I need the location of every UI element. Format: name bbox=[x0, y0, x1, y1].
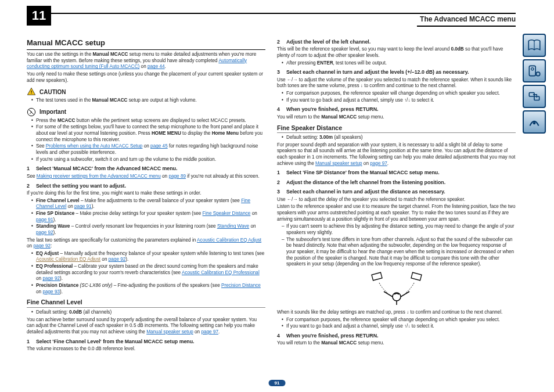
fcl-defaults: Default setting: 0.0dB (all channels) bbox=[31, 310, 265, 316]
caution-list: The test tones used in the Manual MCACC … bbox=[31, 98, 265, 104]
imp-item-4: If you're using a subwoofer, switch it o… bbox=[31, 157, 265, 163]
imp-item-1: Press the MCACC button while the pertine… bbox=[31, 118, 265, 124]
title-underline bbox=[417, 26, 516, 27]
page-title: The Advanced MCACC menu bbox=[416, 15, 516, 23]
link-sw[interactable]: Standing Wave bbox=[217, 224, 249, 229]
link-adv-mcacc[interactable]: Making receiver settings from the Advanc… bbox=[37, 174, 161, 179]
link-fsd[interactable]: Fine Speaker Distance bbox=[203, 211, 251, 216]
step2-list2: EQ Adjust – Manually adjust the frequenc… bbox=[31, 251, 265, 296]
step2-p: If you're doing this for the first time,… bbox=[27, 190, 265, 197]
fsd-step4: 4When you're finished, press RETURN. bbox=[277, 333, 516, 339]
important-icon bbox=[27, 107, 36, 117]
link-problems[interactable]: Problems when using the Auto MCACC Setup bbox=[46, 143, 143, 149]
link-p93[interactable]: page 93 bbox=[42, 289, 60, 294]
arrow-left-icon: ← bbox=[287, 197, 292, 202]
link-pd[interactable]: Precision Distance bbox=[221, 283, 261, 288]
fsd-s3-p2: Listen to the reference speaker and use … bbox=[277, 204, 516, 222]
s2-eqa: EQ Adjust – Manually adjust the frequenc… bbox=[31, 251, 265, 263]
dial-icon[interactable] bbox=[523, 59, 546, 82]
svg-rect-4 bbox=[411, 272, 421, 280]
link-mss1[interactable]: Manual speaker setup bbox=[146, 329, 193, 335]
sidebar-nav bbox=[523, 34, 547, 134]
link-mss2[interactable]: Manual speaker setup bbox=[315, 161, 362, 166]
caution-item: The test tones used in the Manual MCACC … bbox=[31, 98, 265, 104]
intro-p1: You can use the settings in the Manual M… bbox=[27, 52, 265, 70]
arc-icon[interactable] bbox=[523, 110, 546, 134]
link-p91a[interactable]: page 91 bbox=[74, 204, 92, 209]
arrow-right-icon: → bbox=[293, 197, 297, 202]
link-page89[interactable]: page 89 bbox=[168, 174, 186, 179]
intro-p2: You only need to make these settings onc… bbox=[27, 71, 265, 84]
link-p92b[interactable]: page 92 bbox=[33, 243, 51, 249]
important-list: Press the MCACC button while the pertine… bbox=[31, 118, 265, 163]
important-label: Important bbox=[39, 108, 66, 116]
svg-line-6 bbox=[384, 292, 393, 297]
fsd-s3-list: If you can't seem to achieve this by adj… bbox=[282, 224, 516, 268]
svg-rect-3 bbox=[371, 272, 382, 280]
book-icon[interactable] bbox=[523, 34, 546, 57]
fsd-p: For proper sound depth and separation wi… bbox=[277, 142, 516, 167]
link-aceqp[interactable]: Acoustic Calibration EQ Professional bbox=[182, 270, 260, 275]
fsd-step3: 3Select each channel in turn and adjust … bbox=[277, 189, 516, 195]
link-p92c[interactable]: page 92 bbox=[109, 257, 126, 262]
link-page44[interactable]: page 44 bbox=[148, 64, 165, 69]
h2-manual-mcacc: Manual MCACC setup bbox=[27, 38, 265, 50]
title-suffix: menu bbox=[495, 15, 516, 23]
fsd-end-p: When it sounds like the delay settings a… bbox=[277, 310, 516, 316]
step1-p: See Making receiver settings from the Ad… bbox=[27, 174, 265, 180]
s2-pd: Precision Distance (SC-LX86 only) – Fine… bbox=[31, 283, 265, 295]
fcl-p: You can achieve better surround sound by… bbox=[27, 317, 265, 336]
fsd-step4-p: You will return to the Manual MCACC setu… bbox=[277, 340, 516, 347]
c2-step2-li1: After pressing ENTER, test tones will be… bbox=[282, 60, 516, 67]
fsd-step2: 2Adjust the distance of the left channel… bbox=[277, 179, 516, 186]
c2-step3-p: Use ←/→ to adjust the volume of the spea… bbox=[277, 77, 516, 89]
fsd-defaults: Default setting: 3.00m (all speakers) bbox=[282, 135, 516, 141]
caution-label: CAUTION bbox=[39, 88, 66, 96]
link-aceqa2[interactable]: Acoustic Calibration EQ Adjust bbox=[36, 257, 100, 262]
fsd-s3-li2: The subwoofer's test tone differs in ton… bbox=[282, 237, 516, 268]
c2-step2-p: This will be the reference speaker level… bbox=[277, 46, 516, 59]
svg-point-15 bbox=[533, 122, 535, 124]
c2-step2-list: After pressing ENTER, test tones will be… bbox=[282, 60, 516, 67]
arrow-right-icon: → bbox=[293, 77, 297, 82]
step2-heading: 2Select the setting you want to adjust. bbox=[27, 183, 265, 189]
c2-s3-li2: If you want to go back and adjust a chan… bbox=[282, 98, 516, 104]
imp-item-3: See Problems when using the Auto MCACC S… bbox=[31, 143, 265, 156]
link-aceqa[interactable]: Acoustic Calibration EQ Adjust bbox=[197, 238, 261, 243]
link-p91b[interactable]: page 91 bbox=[36, 217, 53, 222]
link-page45[interactable]: page 45 bbox=[150, 143, 168, 149]
s2-fcl: Fine Channel Level – Make fine adjustmen… bbox=[31, 198, 265, 210]
imp-item-2: For some of the settings below, you'll h… bbox=[31, 124, 265, 143]
h3-fcl: Fine Channel Level bbox=[27, 299, 265, 308]
svg-point-5 bbox=[393, 293, 401, 301]
fsd-end-li2: If you want to go back and adjust a chan… bbox=[282, 323, 516, 330]
c2-step3: 3Select each channel in turn and adjust … bbox=[277, 69, 516, 75]
link-p92d[interactable]: page 92 bbox=[42, 276, 60, 281]
link-p97a[interactable]: page 97 bbox=[201, 329, 218, 335]
listener-diagram bbox=[277, 271, 516, 306]
link-icon[interactable] bbox=[523, 85, 546, 108]
link-p97b[interactable]: page 97 bbox=[370, 161, 387, 166]
s2-sw: Standing Wave – Control overly resonant … bbox=[31, 224, 265, 236]
link-p92a[interactable]: page 92 bbox=[36, 230, 53, 235]
title-strong: MCACC bbox=[469, 15, 495, 23]
column-right: 2Adjust the level of the left channel. T… bbox=[277, 36, 516, 375]
c2-step4: 4When you're finished, press RETURN. bbox=[277, 106, 516, 113]
c2-step4-p: You will return to the Manual MCACC setu… bbox=[277, 114, 516, 121]
fcl-default: Default setting: 0.0dB (all channels) bbox=[31, 310, 265, 316]
step1-heading: 1Select 'Manual MCACC' from the Advanced… bbox=[27, 166, 265, 172]
svg-line-7 bbox=[401, 292, 409, 297]
c2-step3-list: For comparison purposes, the reference s… bbox=[282, 91, 516, 103]
fcl-step1-p: The volume increases to the 0.0 dB refer… bbox=[27, 346, 265, 353]
step2-mid: The last two settings are specifically f… bbox=[27, 238, 265, 250]
title-prefix: The Advanced bbox=[420, 15, 469, 23]
fsd-s3-li1: If you can't seem to achieve this by adj… bbox=[282, 224, 516, 236]
svg-point-11 bbox=[531, 68, 534, 70]
fcl-step1: 1Select 'Fine Channel Level' from the Ma… bbox=[27, 339, 265, 345]
arrow-left-icon: ← bbox=[287, 77, 292, 82]
fsd-step1: 1Select 'Fine SP Distance' from the Manu… bbox=[277, 170, 516, 176]
caution-icon: ! bbox=[27, 87, 36, 96]
fsd-s3-p1: Use ←/→ to adjust the delay of the speak… bbox=[277, 197, 516, 203]
caution-block: ! CAUTION bbox=[27, 87, 265, 96]
fsd-default: Default setting: 3.00m (all speakers) bbox=[282, 135, 516, 141]
